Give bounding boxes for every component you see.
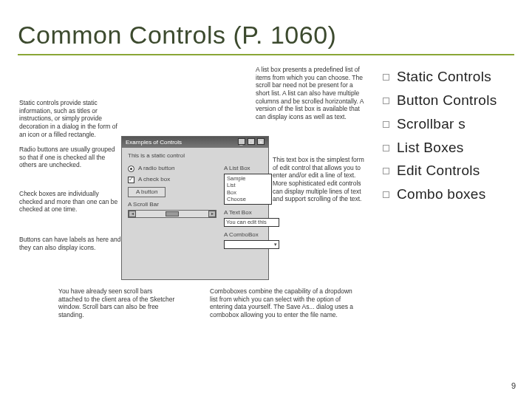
page-title: Common Controls (P. 1060)	[18, 21, 514, 55]
annotation-button: Buttons can have labels as here and they…	[19, 236, 121, 251]
dialog-titlebar: Examples of Controls _ □ ×	[122, 137, 268, 148]
bullet-item: Edit Controls	[397, 163, 480, 179]
example-button[interactable]: A button	[128, 187, 166, 197]
bullet-list: Static Controls Button Controls Scrollba…	[383, 66, 514, 376]
annotation-radio: Radio buttons are usually grouped so tha…	[19, 146, 115, 169]
checkbox-label: A check box	[138, 176, 170, 183]
bullet-icon	[383, 74, 389, 81]
annotation-scrollbar: You have already seen scroll bars attach…	[58, 287, 177, 319]
diagram-figure: A list box presents a predefined list of…	[18, 66, 372, 376]
bullet-item: List Boxes	[397, 140, 464, 156]
bullet-icon	[383, 98, 389, 104]
bullet-icon	[383, 121, 389, 128]
annotation-listbox: A list box presents a predefined list of…	[256, 66, 366, 120]
annotation-static: Static controls provide static informati…	[19, 99, 119, 138]
bullet-item: Combo boxes	[397, 186, 486, 202]
scroll-thumb[interactable]	[166, 211, 179, 216]
bullet-icon	[383, 168, 389, 174]
minimize-icon[interactable]: _	[238, 138, 245, 145]
list-item[interactable]: Sample	[227, 175, 269, 182]
list-item[interactable]: List	[227, 182, 269, 188]
textbox-header: A Text Box	[224, 209, 279, 216]
window-controls: _ □ ×	[237, 138, 265, 146]
combobox-header: A ComboBox	[224, 231, 279, 239]
listbox-header: A List Box	[224, 165, 279, 172]
static-control-text: This is a static control	[128, 152, 262, 160]
radio-icon[interactable]	[128, 166, 134, 172]
page-number: 9	[511, 381, 516, 390]
annotation-checkbox: Check boxes are individually checked and…	[19, 190, 121, 214]
bullet-icon	[383, 145, 389, 151]
chevron-down-icon[interactable]: ▾	[274, 242, 277, 248]
example-textbox[interactable]: You can edit this	[224, 218, 279, 227]
bullet-item: Static Controls	[397, 69, 491, 85]
example-scrollbar[interactable]: ◂ ▸	[128, 210, 216, 218]
annotation-combobox: Comboboxes combine the capability of a d…	[210, 287, 361, 319]
example-combobox[interactable]: ▾	[224, 240, 279, 249]
scrollbar-label: A Scroll Bar	[128, 201, 216, 208]
bullet-item: Scrollbar s	[397, 116, 466, 132]
example-dialog: Examples of Controls _ □ × This is a sta…	[121, 136, 269, 280]
maximize-icon[interactable]: □	[248, 138, 255, 145]
list-item[interactable]: Box	[227, 189, 269, 196]
list-item[interactable]: Choose	[227, 196, 269, 202]
scroll-left-icon[interactable]: ◂	[129, 211, 136, 217]
checkbox-icon[interactable]	[128, 177, 134, 183]
bullet-item: Button Controls	[397, 92, 497, 109]
scroll-right-icon[interactable]: ▸	[208, 211, 216, 217]
example-listbox[interactable]: Sample List Box Choose	[224, 174, 272, 205]
radio-label: A radio button	[138, 165, 174, 172]
annotation-edit: This text box is the simplest form of ed…	[273, 156, 369, 203]
dialog-title-text: Examples of Controls	[126, 139, 182, 146]
close-icon[interactable]: ×	[257, 138, 265, 145]
bullet-icon	[383, 191, 389, 198]
